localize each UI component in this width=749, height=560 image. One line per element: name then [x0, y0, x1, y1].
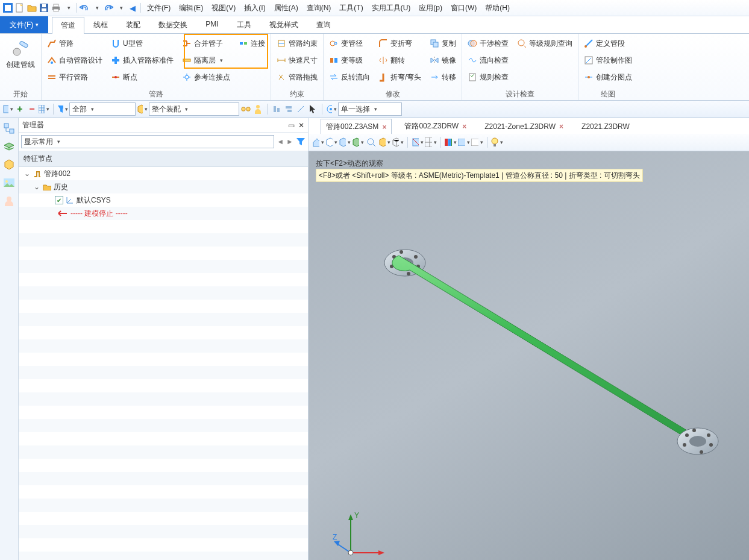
break-point-button[interactable]: 断点	[109, 69, 175, 86]
tree-csys[interactable]: ✔默认CSYS	[19, 193, 308, 207]
tree-root[interactable]: ⌄管路002	[19, 167, 308, 180]
flip-button[interactable]: 翻转	[377, 52, 423, 69]
close-panel-icon[interactable]: ✕	[298, 121, 304, 130]
layer-tab-icon[interactable]	[2, 140, 16, 153]
file-tab[interactable]: 文件(F)▾	[0, 16, 48, 33]
u-tube-button[interactable]: U型管	[109, 35, 175, 52]
view-home-icon[interactable]	[312, 136, 324, 148]
menu-view[interactable]: 视图(V)	[208, 2, 239, 14]
copy-button[interactable]: 复制	[428, 35, 458, 52]
save-icon[interactable]	[39, 2, 49, 13]
change-class-button[interactable]: 变等级	[327, 52, 372, 69]
user-tab-icon[interactable]	[2, 194, 16, 207]
close-icon[interactable]: ×	[462, 122, 466, 131]
create-split-point-button[interactable]: 创建分图点	[582, 69, 634, 86]
menu-attr[interactable]: 属性(A)	[271, 2, 302, 14]
undo-icon[interactable]	[79, 2, 90, 13]
segment-drawing-button[interactable]: 管段制作图	[582, 52, 634, 69]
add-icon[interactable]: +	[14, 104, 25, 115]
remove-icon[interactable]: −	[27, 104, 37, 115]
tree-modeling-stop[interactable]: ----- 建模停止 -----	[19, 207, 308, 220]
undo-dropdown[interactable]	[91, 2, 102, 13]
diag-icon[interactable]	[295, 104, 306, 115]
filter-combo-1[interactable]: 全部	[69, 102, 136, 116]
menu-edit[interactable]: 编辑(E)	[175, 2, 207, 14]
view-bulb-icon[interactable]	[491, 136, 503, 148]
change-bend-button[interactable]: 变折弯	[377, 35, 423, 52]
view-cube1-icon[interactable]	[325, 136, 337, 148]
menu-window[interactable]: 窗口(W)	[447, 2, 480, 14]
close-icon[interactable]: ×	[559, 122, 563, 131]
select-mode-combo[interactable]: 单一选择	[338, 102, 402, 116]
define-segment-button[interactable]: 定义管段	[582, 35, 634, 52]
person-icon[interactable]	[252, 104, 263, 115]
entity-filter-icon[interactable]	[2, 104, 13, 115]
auto-route-button[interactable]: 自动管路设计	[45, 52, 104, 69]
connect-button[interactable]: 连接	[237, 35, 267, 52]
menu-file[interactable]: 文件(F)	[143, 2, 174, 14]
open-icon[interactable]	[27, 2, 37, 13]
align1-icon[interactable]	[271, 104, 282, 115]
restore-icon[interactable]: ▭	[288, 121, 295, 130]
view-wire-icon[interactable]	[392, 136, 404, 148]
viewport[interactable]: 管路002.Z3ASM× 管路002.Z3DRW× Z2021-Zone1.Z3…	[309, 118, 749, 560]
interference-check-button[interactable]: 干涉检查	[466, 35, 510, 52]
view-palette-icon[interactable]	[445, 136, 457, 148]
rule-check-button[interactable]: 规则检查	[466, 69, 510, 86]
cube-filter-icon[interactable]	[137, 104, 148, 115]
view-shade-icon[interactable]	[378, 136, 390, 148]
view-bg-icon[interactable]	[471, 136, 483, 148]
funnel-icon[interactable]	[57, 104, 68, 115]
menu-help[interactable]: 帮助(H)	[481, 2, 513, 14]
new-icon[interactable]	[14, 2, 25, 13]
view-section-icon[interactable]	[412, 136, 424, 148]
view-cube3-icon[interactable]	[352, 136, 364, 148]
transfer-button[interactable]: 转移	[428, 69, 458, 86]
link-icon[interactable]	[240, 104, 251, 115]
bend-elbow-button[interactable]: 折弯/弯头	[377, 69, 423, 86]
ref-connect-point-button[interactable]: 参考连接点	[180, 69, 232, 86]
scene-tab-icon[interactable]	[2, 176, 16, 189]
qa-dropdown[interactable]	[63, 2, 74, 13]
play-icon[interactable]: ◀	[127, 2, 138, 13]
view-grid-icon[interactable]	[425, 136, 437, 148]
quick-dim-button[interactable]: 快速尺寸	[275, 52, 319, 69]
flow-check-button[interactable]: 流向检查	[466, 52, 510, 69]
ribbon-tab-pipe[interactable]: 管道	[52, 17, 84, 34]
route-drag-button[interactable]: 管路拖拽	[275, 69, 319, 86]
ribbon-tab-tools[interactable]: 工具	[228, 16, 260, 33]
ribbon-tab-wire[interactable]: 线框	[84, 16, 117, 33]
class-rule-query-button[interactable]: 等级规则查询	[515, 35, 574, 52]
route-button[interactable]: 管路	[45, 35, 104, 52]
menu-query[interactable]: 查询(N)	[303, 2, 335, 14]
tree-history[interactable]: ⌄历史	[19, 180, 308, 193]
menu-insert[interactable]: 插入(I)	[240, 2, 269, 14]
insert-std-part-button[interactable]: 插入管路标准件	[109, 52, 175, 69]
menu-app[interactable]: 应用(p)	[415, 2, 446, 14]
view-cube2-icon[interactable]	[339, 136, 351, 148]
grid-filter-icon[interactable]	[39, 104, 49, 115]
menu-util[interactable]: 实用工具(U)	[368, 2, 415, 14]
align2-icon[interactable]	[283, 104, 294, 115]
merge-pipe-button[interactable]: 合并管子	[180, 35, 232, 52]
doc-tab-3[interactable]: Z2021.Z3DRW	[576, 118, 635, 134]
reverse-flow-button[interactable]: 反转流向	[327, 69, 372, 86]
menu-tools[interactable]: 工具(T)	[336, 2, 366, 14]
doc-tab-0[interactable]: 管路002.Z3ASM×	[321, 119, 392, 134]
view-screen-icon[interactable]	[458, 136, 470, 148]
target-icon[interactable]	[326, 104, 337, 115]
tree-tab-icon[interactable]	[2, 122, 16, 135]
close-icon[interactable]: ×	[382, 123, 386, 131]
create-pipeline-button[interactable]: 创建管线	[4, 35, 37, 89]
redo-icon[interactable]	[103, 2, 114, 13]
ribbon-tab-asm[interactable]: 装配	[117, 16, 149, 33]
doc-tab-1[interactable]: 管路002.Z3DRW×	[399, 118, 472, 134]
filter-funnel-icon[interactable]	[296, 137, 306, 146]
print-icon[interactable]	[51, 2, 61, 13]
view-zoom-icon[interactable]	[365, 136, 377, 148]
feature-tree[interactable]: ⌄管路002 ⌄历史 ✔默认CSYS ----- 建模停止 -----	[19, 167, 308, 560]
route-constraint-button[interactable]: 管路约束	[275, 35, 319, 52]
ribbon-tab-query[interactable]: 查询	[307, 16, 340, 33]
box-tab-icon[interactable]	[2, 158, 16, 171]
filter-combo-2[interactable]: 整个装配	[149, 102, 239, 116]
